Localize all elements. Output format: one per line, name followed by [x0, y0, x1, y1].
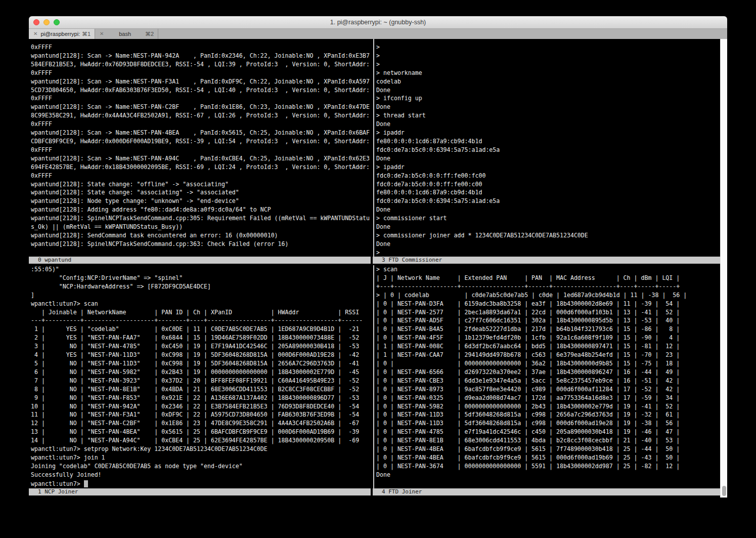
- tab-bar: ✕ pi@raspberrypi: ~ (g... ⌘1 ✕ bash ⌘2: [29, 29, 727, 39]
- tab-shortcut: ⌘2: [145, 31, 154, 37]
- pane-divider[interactable]: [373, 265, 374, 488]
- pane-title-ftd-commissioner[interactable]: 3 FTD Commissioner: [373, 257, 720, 264]
- tab-ssh-session[interactable]: ✕ pi@raspberrypi: ~ (g... ⌘1: [29, 29, 95, 39]
- pane-wpantund-log[interactable]: 0xFFFF wpantund[2128]: Scan -> Name:NEST…: [31, 43, 371, 257]
- ncp-joiner-prompt-line[interactable]: wpanctl:utun7>: [31, 479, 88, 488]
- prompt-text: wpanctl:utun7>: [31, 480, 84, 487]
- window-title: 1. pi@raspberrypi: ~ (gnubby-ssh): [29, 16, 727, 28]
- pane-divider[interactable]: [373, 39, 374, 257]
- pane-ncp-joiner[interactable]: :55:05)" "Config:NCP:DriverName" => "spi…: [31, 265, 371, 488]
- scrollbar-thumb[interactable]: [722, 486, 726, 496]
- window-titlebar[interactable]: 1. pi@raspberrypi: ~ (gnubby-ssh): [29, 16, 727, 29]
- close-tab-icon[interactable]: ✕: [100, 29, 104, 39]
- terminal-content: 0xFFFF wpantund[2128]: Scan -> Name:NEST…: [29, 39, 727, 498]
- tab-label: bash: [107, 31, 143, 37]
- scrollbar[interactable]: [720, 39, 727, 498]
- tab-shortcut: ⌘1: [82, 31, 91, 37]
- terminal-window: 1. pi@raspberrypi: ~ (gnubby-ssh) ✕ pi@r…: [29, 16, 727, 498]
- pane-title-wpantund[interactable]: 0 wpantund: [29, 257, 371, 264]
- text-cursor: [84, 480, 88, 487]
- pane-ftd-commissioner[interactable]: > > > > networkname codelab Done > ifcon…: [376, 43, 720, 257]
- desktop-background: 1. pi@raspberrypi: ~ (gnubby-ssh) ✕ pi@r…: [0, 0, 756, 538]
- pane-ftd-joiner[interactable]: > scan | J | Network Name | Extended PAN…: [376, 265, 720, 488]
- tab-bash[interactable]: ✕ bash ⌘2: [95, 29, 158, 39]
- close-tab-icon[interactable]: ✕: [33, 29, 37, 39]
- pane-title-ncp-joiner[interactable]: 1 NCP Joiner: [29, 488, 371, 495]
- tab-label: pi@raspberrypi: ~ (g...: [40, 31, 79, 37]
- pane-title-ftd-joiner[interactable]: 4 FTD Joiner: [373, 488, 720, 495]
